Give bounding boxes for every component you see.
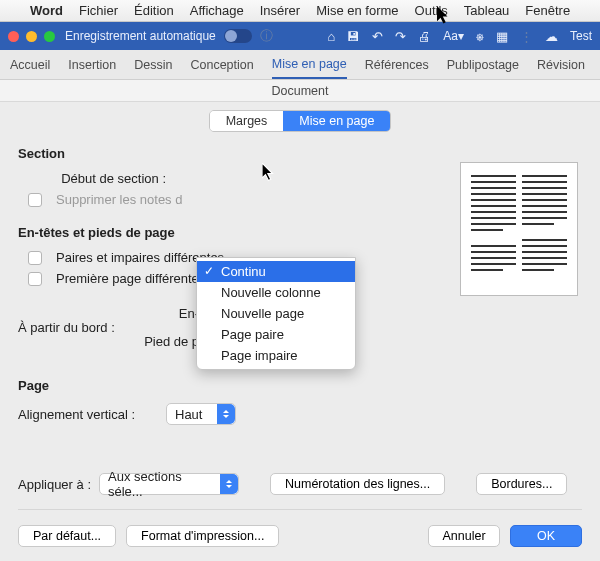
- section-start-dropdown[interactable]: Continu Nouvelle colonne Nouvelle page P…: [196, 257, 356, 370]
- app-menu[interactable]: Word: [30, 3, 63, 18]
- section-group-title: Section: [18, 146, 582, 161]
- close-window-icon[interactable]: [8, 31, 19, 42]
- autosave-toggle[interactable]: [224, 29, 252, 43]
- option-page-paire[interactable]: Page paire: [197, 324, 355, 345]
- tab-references[interactable]: Références: [365, 58, 429, 72]
- menu-edition[interactable]: Édition: [134, 3, 174, 18]
- redo-icon[interactable]: ↷: [395, 29, 406, 44]
- zoom-window-icon[interactable]: [44, 31, 55, 42]
- diff-first-page-checkbox[interactable]: [28, 272, 42, 286]
- tab-revision[interactable]: Révision: [537, 58, 585, 72]
- diff-first-page-label: Première page différente: [56, 271, 199, 286]
- word-title-bar: Enregistrement automatique ⓘ ⌂ 💾︎ ↶ ↷ 🖨︎…: [0, 22, 600, 50]
- apply-to-value: Aux sections séle...: [108, 469, 214, 499]
- apply-to-label: Appliquer à :: [18, 477, 91, 492]
- option-nouvelle-page[interactable]: Nouvelle page: [197, 303, 355, 324]
- window-controls[interactable]: [8, 31, 55, 42]
- quick-access-toolbar: ⌂ 💾︎ ↶ ↷ 🖨︎ Aa▾ ⎈ ▦ ⋮ ☁ Test: [327, 29, 592, 44]
- autosave-control[interactable]: Enregistrement automatique ⓘ: [65, 27, 273, 45]
- menu-fenetre[interactable]: Fenêtre: [525, 3, 570, 18]
- menu-affichage[interactable]: Affichage: [190, 3, 244, 18]
- from-edge-label: À partir du bord :: [18, 320, 133, 335]
- option-page-impaire[interactable]: Page impaire: [197, 345, 355, 366]
- tab-insertion[interactable]: Insertion: [68, 58, 116, 72]
- vertical-alignment-label: Alignement vertical :: [18, 407, 158, 422]
- ribbon-tabs: Accueil Insertion Dessin Conception Mise…: [0, 50, 600, 80]
- home-icon[interactable]: ⌂: [327, 29, 335, 44]
- vertical-alignment-value: Haut: [175, 407, 202, 422]
- menu-tableau[interactable]: Tableau: [464, 3, 510, 18]
- tool-icon[interactable]: ⎈: [476, 29, 484, 44]
- print-icon[interactable]: 🖨︎: [418, 29, 431, 44]
- chevron-updown-icon: [220, 474, 238, 494]
- menu-mise-en-forme[interactable]: Mise en forme: [316, 3, 398, 18]
- menu-outils[interactable]: Outils: [415, 3, 448, 18]
- tab-marges[interactable]: Marges: [210, 111, 284, 131]
- save-icon[interactable]: 💾︎: [347, 29, 360, 44]
- info-icon[interactable]: ⓘ: [260, 27, 273, 45]
- tab-mise-en-page-dialog[interactable]: Mise en page: [283, 111, 390, 131]
- apply-to-select[interactable]: Aux sections séle...: [99, 473, 239, 495]
- chevron-updown-icon: [217, 404, 235, 424]
- print-format-button[interactable]: Format d'impression...: [126, 525, 279, 547]
- minimize-window-icon[interactable]: [26, 31, 37, 42]
- option-nouvelle-colonne[interactable]: Nouvelle colonne: [197, 282, 355, 303]
- default-button[interactable]: Par défaut...: [18, 525, 116, 547]
- diff-odd-even-checkbox[interactable]: [28, 251, 42, 265]
- section-start-label: Début de section :: [46, 171, 166, 186]
- macos-menu-bar[interactable]: Word Fichier Édition Affichage Insérer M…: [0, 0, 600, 22]
- document-setup-dialog: Marges Mise en page Section Début de sec…: [0, 102, 600, 561]
- undo-icon[interactable]: ↶: [372, 29, 383, 44]
- document-name[interactable]: Test: [570, 29, 592, 43]
- line-numbers-button[interactable]: Numérotation des lignes...: [270, 473, 445, 495]
- page-preview: [460, 162, 578, 296]
- borders-button[interactable]: Bordures...: [476, 473, 567, 495]
- share-icon[interactable]: ☁: [545, 29, 558, 44]
- menu-fichier[interactable]: Fichier: [79, 3, 118, 18]
- suppress-endnotes-checkbox: [28, 193, 42, 207]
- dialog-button-row: Par défaut... Format d'impression... Ann…: [18, 525, 582, 547]
- tab-mise-en-page[interactable]: Mise en page: [272, 57, 347, 79]
- tab-accueil[interactable]: Accueil: [10, 58, 50, 72]
- autosave-label: Enregistrement automatique: [65, 29, 216, 43]
- dialog-title: Document: [0, 80, 600, 102]
- menu-inserer[interactable]: Insérer: [260, 3, 300, 18]
- tab-conception[interactable]: Conception: [190, 58, 253, 72]
- ok-button[interactable]: OK: [510, 525, 582, 547]
- suppress-endnotes-label: Supprimer les notes d: [56, 192, 182, 207]
- divider-icon: ⋮: [520, 29, 533, 44]
- tab-publipostage[interactable]: Publipostage: [447, 58, 519, 72]
- dialog-tabs: Marges Mise en page: [209, 110, 392, 132]
- vertical-alignment-select[interactable]: Haut: [166, 403, 236, 425]
- page-group-title: Page: [18, 378, 582, 393]
- cancel-button[interactable]: Annuler: [428, 525, 500, 547]
- tab-dessin[interactable]: Dessin: [134, 58, 172, 72]
- option-continu[interactable]: Continu: [197, 261, 355, 282]
- ribbon-options-icon[interactable]: ▦: [496, 29, 508, 44]
- font-icon[interactable]: Aa▾: [443, 29, 464, 43]
